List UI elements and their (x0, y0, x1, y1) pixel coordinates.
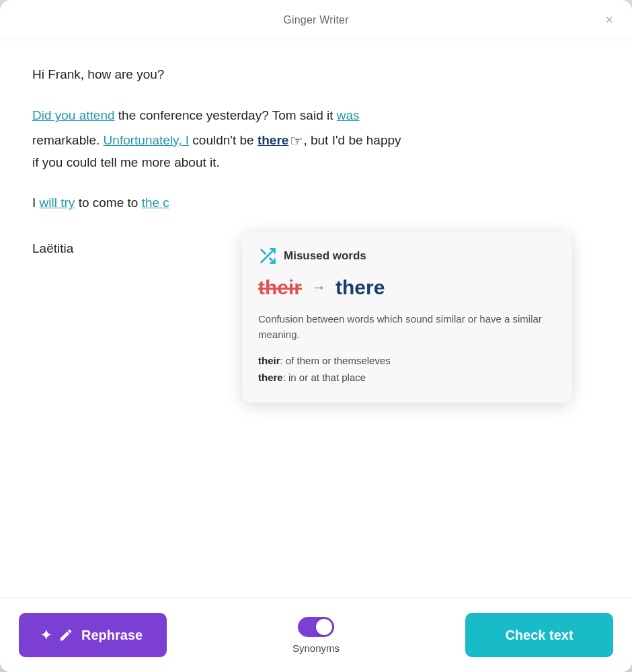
def-text-their: of them or themseleves (286, 355, 391, 366)
tooltip-header: Misused words (258, 247, 553, 265)
text-segment-2: remarkable. (32, 133, 104, 147)
pen-icon (58, 628, 73, 642)
synonyms-label: Synonyms (292, 642, 340, 654)
tooltip-title: Misused words (284, 249, 366, 263)
link-the-c[interactable]: the c (142, 196, 169, 210)
text-segment-5: if you could tell me more about it. (32, 155, 220, 169)
close-button[interactable]: × (600, 11, 619, 30)
check-text-button[interactable]: Check text (465, 613, 613, 657)
link-unfortunately[interactable]: Unfortunately, I (104, 133, 189, 147)
misused-words-icon (258, 247, 277, 265)
app-window: Ginger Writer × Hi Frank, how are you? D… (0, 0, 632, 672)
tooltip-popup: Misused words their → there Confusion be… (242, 232, 571, 403)
rephrase-icon: ✦︎ (40, 627, 52, 643)
tooltip-description: Confusion between words which sound simi… (258, 311, 553, 343)
title-bar: Ginger Writer × (0, 0, 632, 40)
synonyms-toggle[interactable] (298, 617, 334, 637)
content-area: Hi Frank, how are you? Did you attend th… (0, 40, 632, 597)
def-colon-2: : (283, 372, 288, 383)
correction-row: their → there (258, 276, 553, 299)
second-paragraph: I will try to come to the c (32, 192, 600, 214)
text-i: I (32, 196, 40, 210)
synonyms-toggle-area: Synonyms (292, 617, 340, 654)
def-word-their: their (258, 355, 280, 366)
link-was[interactable]: was (337, 108, 360, 122)
link-did-you-attend[interactable]: Did you attend (32, 108, 115, 122)
correct-word: there (335, 276, 385, 299)
arrow-icon: → (311, 279, 326, 296)
main-paragraph: Did you attend the conference yesterday?… (32, 105, 600, 173)
rephrase-button[interactable]: ✦︎ Rephrase (19, 613, 167, 657)
tooltip-definitions: their: of them or themseleves there: in … (258, 352, 553, 386)
word-there-highlight[interactable]: there (258, 133, 288, 147)
bottom-bar: ✦︎ Rephrase Synonyms Check text (0, 597, 632, 672)
def-colon-1: : (280, 355, 286, 366)
def-their: their: of them or themseleves (258, 352, 553, 370)
cursor-hand-icon: ☞ (290, 128, 303, 153)
text-segment-1: the conference yesterday? Tom said it (118, 108, 337, 122)
def-word-there: there (258, 372, 283, 383)
link-will-try[interactable]: will try (40, 196, 75, 210)
app-title: Ginger Writer (283, 14, 348, 26)
rephrase-label: Rephrase (81, 628, 143, 643)
text-to-come: to come to (79, 196, 142, 210)
text-segment-3: couldn't be (192, 133, 258, 147)
def-text-there: in or at that place (288, 372, 366, 383)
greeting-text: Hi Frank, how are you? (32, 65, 600, 85)
wrong-word: their (258, 276, 302, 299)
toggle-knob (316, 619, 332, 635)
def-there: there: in or at that place (258, 369, 553, 386)
text-segment-4: , but I'd be happy (303, 133, 401, 147)
